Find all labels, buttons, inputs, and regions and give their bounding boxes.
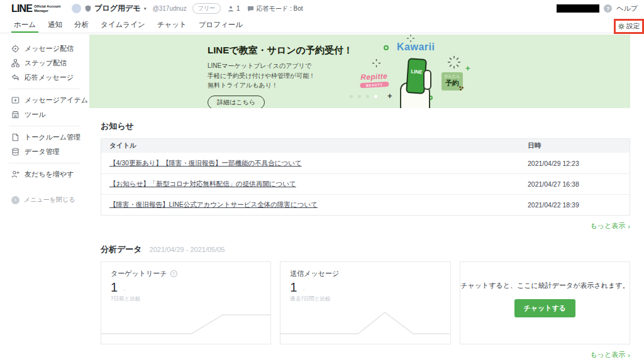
sidebar-divider — [9, 126, 80, 126]
sent-messages-card: 送信メッセージ 1 - 過去7日間と比較 — [280, 261, 450, 344]
announcements-table-header: タイトル 日時 — [101, 139, 630, 153]
sidebar-item-data-management[interactable]: データ管理 — [0, 145, 89, 159]
line-logo-subtext: Official Account Manager — [34, 4, 60, 13]
card-value: 1 — [111, 280, 118, 295]
sidebar-item-tools[interactable]: ツール — [0, 107, 89, 122]
sidebar-item-label: トークルーム管理 — [25, 133, 80, 142]
announcements-section: お知らせ タイトル 日時 【4/30更新あり】【障害・復旧報告】一部機能の不具合… — [101, 121, 630, 231]
chevron-down-icon[interactable]: ▼ — [143, 7, 147, 11]
tab-home[interactable]: ホーム — [13, 17, 37, 33]
analytics-title: 分析データ — [101, 244, 142, 255]
repitte-logo: Repitte BEAUTY — [359, 72, 389, 88]
sparkle-icon — [407, 35, 414, 45]
sidebar-item-label: メッセージ配信 — [25, 44, 74, 53]
plus-icon: + — [465, 63, 470, 73]
thumb-illustration — [423, 70, 431, 90]
card-value: 1 — [290, 280, 297, 295]
phone-line-label: LINE — [408, 69, 425, 75]
line-logo: LINE Official Account Manager — [11, 3, 60, 14]
tab-profile[interactable]: プロフィール — [197, 17, 244, 33]
help-label[interactable]: ヘルプ — [616, 4, 638, 13]
table-row: 【4/30更新あり】【障害・復旧報告】一部機能の不具合について 2021/04/… — [101, 153, 630, 173]
announcement-date: 2021/04/22 18:39 — [528, 201, 630, 209]
shield-icon — [85, 5, 91, 12]
tab-chat[interactable]: チャット — [156, 17, 188, 33]
decorative-dots — [459, 86, 461, 88]
gear-icon[interactable] — [618, 23, 625, 30]
announcement-link[interactable]: 【障害・復旧報告】LINE公式アカウントサービス全体の障害について — [109, 200, 318, 208]
chevron-right-icon: › — [628, 351, 630, 359]
promo-banner[interactable]: LINEで教室・サロンの予約受付！ LINEマーケットプレイスのアプリで 手軽に… — [89, 35, 630, 108]
tools-icon — [11, 111, 19, 119]
info-icon[interactable]: ? — [170, 270, 177, 277]
decorative-circle — [384, 45, 389, 50]
settings-highlight-box: 設定 — [614, 19, 644, 34]
announcement-link[interactable]: 【4/30更新あり】【障害・復旧報告】一部機能の不具合について — [109, 159, 302, 167]
settings-button[interactable]: 設定 — [626, 22, 640, 31]
step-flow-icon — [11, 59, 19, 67]
table-row: 【障害・復旧報告】LINE公式アカウントサービス全体の障害について 2021/0… — [101, 194, 630, 215]
sparkle-icon — [372, 58, 380, 70]
promo-title: LINEで教室・サロンの予約受付！ — [208, 45, 353, 57]
announcements-table: タイトル 日時 【4/30更新あり】【障害・復旧報告】一部機能の不具合について … — [101, 138, 630, 216]
sidebar-item-label: ステップ配信 — [25, 58, 67, 68]
promo-cta-button[interactable]: 詳細はこちら — [208, 96, 265, 109]
message-item-icon — [11, 96, 19, 104]
card-title: 送信メッセージ — [290, 269, 339, 278]
carousel-dot[interactable] — [358, 95, 361, 98]
account-avatar[interactable] — [72, 4, 81, 13]
sparkline-chart — [280, 310, 450, 336]
plan-badge: フリー — [192, 3, 221, 14]
carousel-dot[interactable] — [366, 95, 369, 98]
sidebar-item-label: 応答メッセージ — [25, 73, 74, 82]
sidebar-item-message-items[interactable]: メッセージアイテム — [0, 93, 89, 107]
sidebar-item-step-delivery[interactable]: ステップ配信 — [0, 56, 89, 70]
help-icon[interactable]: ? — [604, 4, 612, 13]
person-icon — [228, 6, 234, 12]
sidebar-item-label: メッセージアイテム — [25, 96, 88, 105]
col-header-date: 日時 — [528, 141, 630, 150]
plus-icon: + — [387, 91, 392, 101]
card-subtext: 過去7日間と比較 — [290, 295, 440, 303]
starburst-icon — [448, 56, 460, 71]
announcements-more-link[interactable]: もっと表示 › — [591, 221, 630, 231]
chevron-left-circle-icon: ‹ — [11, 196, 19, 204]
chat-stats-card: チャットすると、ここに統計データが表示されます。 チャットする — [460, 261, 630, 344]
main-content: LINEで教室・サロンの予約受付！ LINEマーケットプレイスのアプリで 手軽に… — [89, 33, 644, 362]
carousel-dot-active[interactable] — [374, 95, 377, 98]
promo-description: LINEマーケットプレイスのアプリで 手軽に予約受け付けや枠管理が可能！ 無料ト… — [208, 61, 353, 90]
card-delta: - — [123, 287, 125, 295]
main-nav: ホーム 通知 分析 タイムライン チャット プロフィール 設定 — [0, 17, 644, 33]
sidebar-item-auto-reply[interactable]: 応答メッセージ — [0, 70, 89, 85]
carousel-dot[interactable] — [350, 95, 353, 98]
announcement-date: 2021/04/27 16:38 — [528, 180, 630, 188]
account-name[interactable]: ブログ用デモ — [94, 3, 140, 14]
tab-timeline[interactable]: タイムライン — [99, 17, 147, 33]
sidebar-item-broadcast[interactable]: メッセージ配信 — [0, 41, 89, 56]
banner-carousel-dots — [350, 95, 377, 98]
analytics-section: 分析データ 2021/04/29 - 2021/05/05 ターゲットリーチ ?… — [101, 244, 630, 359]
card-title: ターゲットリーチ — [111, 269, 167, 278]
card-subtext: 7日前と比較 — [111, 295, 261, 303]
start-chat-button[interactable]: チャットする — [514, 299, 576, 317]
chat-bubble-icon — [247, 6, 254, 12]
analytics-more-link[interactable]: もっと表示 › — [591, 350, 630, 359]
sidebar-item-gain-friends[interactable]: 友だちを増やす — [0, 167, 89, 182]
header-right: ? ヘルプ — [557, 4, 638, 13]
broadcast-icon — [11, 45, 19, 53]
sidebar-divider — [9, 89, 80, 89]
sidebar-collapse-button[interactable]: ‹ メニューを閉じる — [0, 195, 89, 204]
announcements-title: お知らせ — [101, 121, 630, 132]
chevron-right-icon: › — [628, 222, 630, 230]
redacted-account-name — [557, 4, 599, 13]
sidebar-item-talkroom[interactable]: トークルーム管理 — [0, 130, 89, 145]
table-row: 【お知らせ】「新型コロナ対応無料配信」の提供再開について 2021/04/27 … — [101, 173, 630, 194]
repitte-beauty-label: BEAUTY — [360, 82, 389, 88]
sidebar-item-label: ツール — [25, 110, 46, 119]
announcement-date: 2021/04/29 12:23 — [528, 160, 630, 167]
add-friend-icon — [11, 170, 19, 178]
friends-count: 1 — [228, 5, 240, 12]
tab-notifications[interactable]: 通知 — [47, 17, 64, 33]
announcement-link[interactable]: 【お知らせ】「新型コロナ対応無料配信」の提供再開について — [109, 180, 296, 187]
tab-analytics[interactable]: 分析 — [73, 17, 90, 33]
